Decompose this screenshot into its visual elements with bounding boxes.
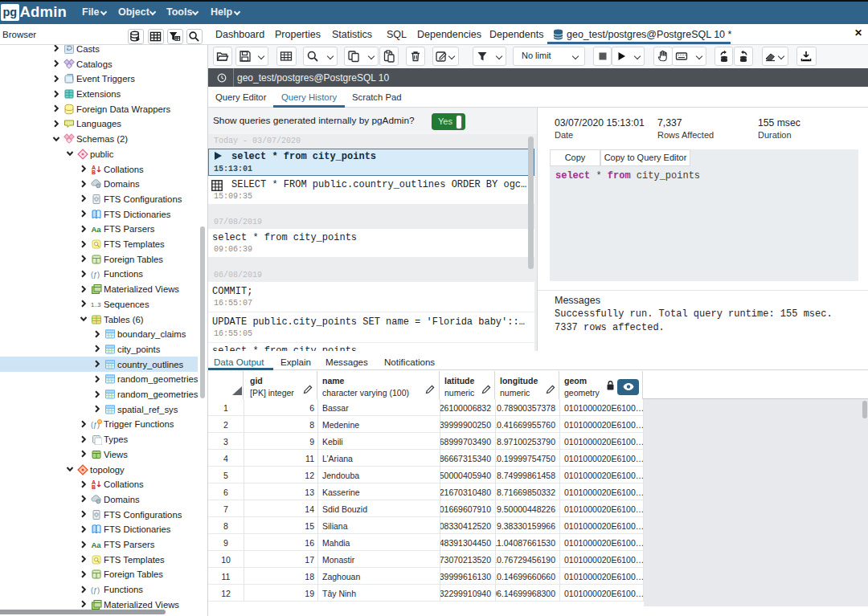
svg-text:B: B [92,484,96,490]
svg-text:1..3: 1..3 [91,301,101,308]
svg-text:(ƒ): (ƒ) [91,271,100,279]
svg-text:B: B [92,169,96,175]
svg-text:(ƒ): (ƒ) [91,586,100,594]
svg-text:Aa: Aa [92,225,102,234]
svg-text:Aa: Aa [92,541,102,549]
